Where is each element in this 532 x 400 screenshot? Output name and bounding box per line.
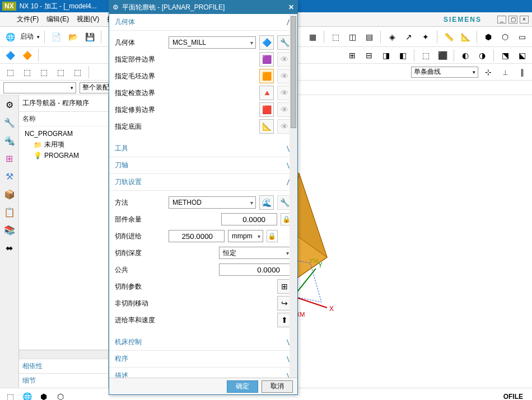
geometry-select[interactable]: MCS_MILL [169,36,256,49]
t2e-icon[interactable]: ⬚ [419,49,432,62]
feedrate-label: 进给率和速度 [115,316,165,325]
sel5-icon[interactable]: ⬚ [71,65,84,79]
t2c-icon[interactable]: ◨ [379,49,393,62]
snap1-icon[interactable]: ⊹ [482,65,495,79]
geometry-edit-button[interactable]: 🔷 [259,35,274,50]
open-icon[interactable]: 📂 [66,30,80,44]
stock-label: 部件余量 [115,215,165,224]
extra2-icon[interactable]: ⬡ [498,30,512,44]
rb-reuse-icon[interactable]: 📦 [3,188,16,200]
bt1-d-icon[interactable]: ⬡ [54,390,67,401]
tree-unused[interactable]: 📁 未用项 [21,139,106,150]
axis-icon[interactable]: ↗ [402,30,416,44]
rb-history-icon[interactable]: 📋 [3,206,16,218]
section-axis[interactable]: 刀轴⋁ [109,157,297,174]
nav-detail[interactable]: 细节 [19,373,108,388]
section-program[interactable]: 程序⋁ [109,351,297,368]
point-icon[interactable]: ✦ [419,30,432,44]
sel3-icon[interactable]: ⬚ [37,65,50,79]
method-select[interactable]: METHOD [169,196,256,209]
feed-lock-button[interactable]: 🔒 [267,230,278,242]
program-tree[interactable]: NC_PROGRAM 📁 未用项 💡 PROGRAM [19,126,108,350]
t2i-icon[interactable]: ⬔ [498,49,512,62]
nav-column-header[interactable]: 名称 [19,112,108,126]
extra1-icon[interactable]: ⬢ [482,30,495,44]
section-geometry[interactable]: 几何体⋀ [109,14,297,31]
measure-icon[interactable]: 📏 [442,30,455,44]
obj2-icon[interactable]: 🔶 [20,49,34,62]
tree-program[interactable]: 💡 PROGRAM [21,150,106,161]
rb-collapse-icon[interactable]: ⬌ [3,242,16,254]
nav-hscroll[interactable] [19,350,108,359]
t2f-icon[interactable]: ⬛ [436,49,449,62]
csys-icon[interactable]: ⬚ [329,30,342,44]
sel4-icon[interactable]: ⬚ [54,65,67,79]
depth-select[interactable]: 恒定 [219,247,292,259]
check-boundary-button[interactable]: 🔺 [259,86,274,100]
floor-button[interactable]: 📐 [259,119,274,134]
footer-tab[interactable]: OFILE [503,393,523,401]
type-filter-combo[interactable]: ▾ [3,82,76,93]
rb-mfg-icon[interactable]: ⚒ [3,170,16,182]
svg-line-5 [293,297,327,308]
layer-icon[interactable]: ▤ [362,30,376,44]
rb-assy-icon[interactable]: 🔩 [3,134,16,147]
section-path-settings[interactable]: 刀轨设置⋀ [109,174,297,191]
plane-icon[interactable]: ◫ [346,30,359,44]
rb-settings-icon[interactable]: ⚙ [3,98,16,111]
datum-icon[interactable]: ◈ [385,30,399,44]
common-input[interactable] [219,263,292,276]
analysis-icon[interactable]: 📐 [459,30,472,44]
sel2-icon[interactable]: ⬚ [20,65,34,79]
snap3-icon[interactable]: ∥ [515,65,529,79]
blank-boundary-button[interactable]: 🟧 [259,69,274,83]
trim-boundary-button[interactable]: 🟥 [259,102,274,117]
section-tool[interactable]: 工具⋁ [109,140,297,157]
menu-file[interactable]: 文件(F) [17,15,39,24]
restore-button[interactable]: ▢ [508,16,517,23]
tree-root[interactable]: NC_PROGRAM [21,129,106,139]
t2d-icon[interactable]: ◧ [396,49,409,62]
curve-filter-combo[interactable]: 单条曲线▾ [411,67,478,78]
new-icon[interactable]: 📄 [49,30,63,44]
feed-unit-select[interactable]: mmpm [228,230,263,242]
bt1-c-icon[interactable]: ⬢ [37,390,50,401]
view-icon[interactable]: ▦ [306,30,319,44]
planar-profile-dialog: ⚙ 平面轮廓铣 - [PLANAR_PROFILE] ✕ 几何体⋀ 几何体 MC… [109,0,298,395]
bt1-b-icon[interactable]: 🌐 [20,390,34,401]
rb-roles-icon[interactable]: 📚 [3,224,16,236]
t2b-icon[interactable]: ⊟ [362,49,376,62]
dialog-scrollbar[interactable] [290,14,297,378]
rb-nav-icon[interactable]: ⊞ [3,152,16,164]
ok-button[interactable]: 确定 [227,380,258,393]
obj1-icon[interactable]: 🔷 [3,49,17,62]
stock-input[interactable] [221,213,277,225]
save-icon[interactable]: 💾 [83,30,96,44]
close-button[interactable]: × [520,16,529,23]
section-machine-control[interactable]: 机床控制⋁ [109,334,297,351]
cancel-button[interactable]: 取消 [262,380,293,393]
menu-edit[interactable]: 编辑(E) [46,15,69,24]
dialog-close-button[interactable]: ✕ [288,3,294,11]
t2j-icon[interactable]: ⬕ [515,49,529,62]
t2g-icon[interactable]: ◐ [459,49,472,62]
snap2-icon[interactable]: ⟂ [498,65,512,79]
operation-navigator: 工序导航器 - 程序顺序 名称 NC_PROGRAM 📁 未用项 💡 PROGR… [19,95,109,388]
nav-dependency[interactable]: 相依性 [19,359,108,373]
ruler-icon[interactable]: ▭ [515,30,529,44]
rb-part-icon[interactable]: 🔧 [3,116,16,129]
minimize-button[interactable]: _ [497,16,506,23]
start-label[interactable]: 启动 [20,32,34,41]
section-description[interactable]: 描述⋁ [109,368,297,378]
sel1-icon[interactable]: ⬚ [3,65,17,79]
scrollbar-thumb[interactable] [291,16,296,128]
t2h-icon[interactable]: ◑ [475,49,489,62]
menu-view[interactable]: 视图(V) [77,15,99,24]
t2a-icon[interactable]: ⊞ [346,49,359,62]
bt1-a-icon[interactable]: ⬚ [3,390,17,401]
part-boundary-button[interactable]: 🟪 [259,52,274,67]
feed-input[interactable] [169,230,225,242]
dialog-titlebar[interactable]: ⚙ 平面轮廓铣 - [PLANAR_PROFILE] ✕ [109,1,297,14]
method-edit-button[interactable]: 🌊 [259,195,274,210]
start-icon[interactable]: 🌐 [3,30,17,44]
